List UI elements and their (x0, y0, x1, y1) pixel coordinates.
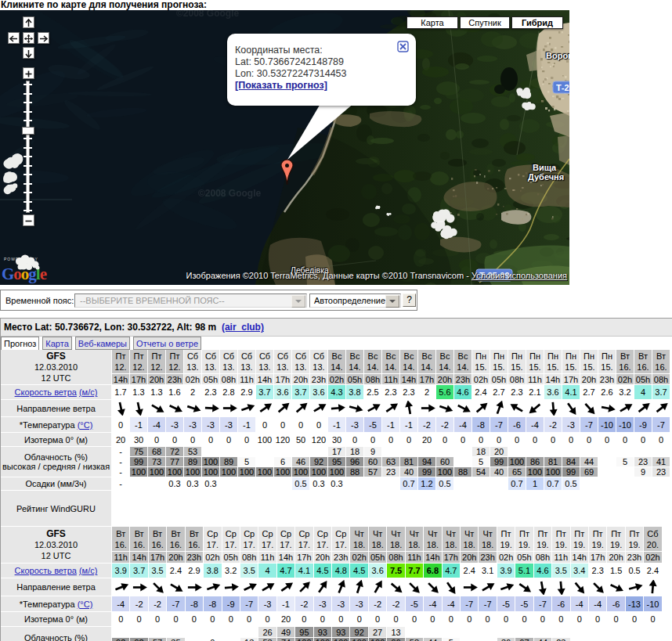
svg-text:©2008 Google: ©2008 Google (176, 10, 240, 19)
svg-text:©2008 Google: ©2008 Google (198, 188, 262, 199)
svg-text:Т-2: Т-2 (556, 83, 569, 92)
